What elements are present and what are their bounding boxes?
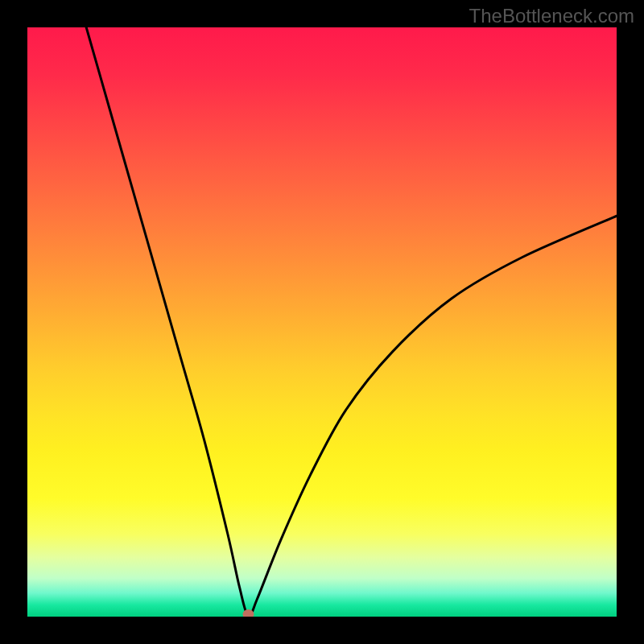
watermark-text: TheBottleneck.com (469, 5, 634, 27)
bottleneck-curve (86, 27, 617, 617)
chart-frame: TheBottleneck.com (0, 0, 644, 644)
curve-overlay (27, 27, 617, 617)
plot-area (27, 27, 617, 617)
